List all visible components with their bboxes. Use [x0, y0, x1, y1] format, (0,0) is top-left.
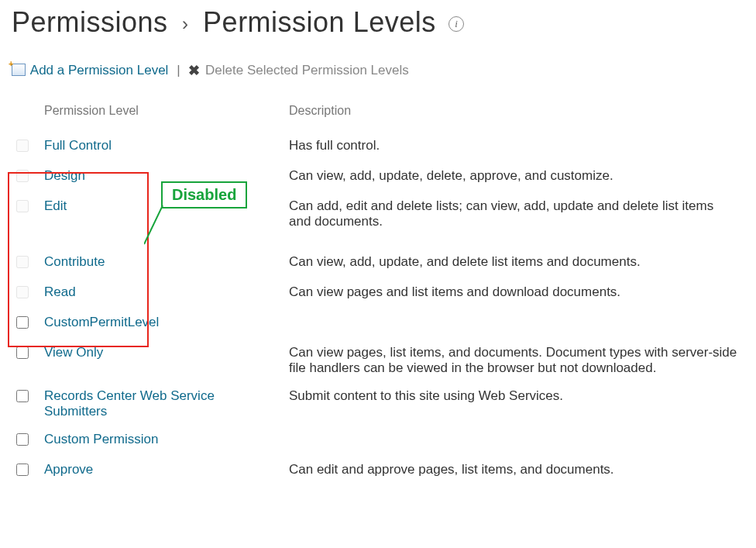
permission-level-description: Can view, add, update, and delete list i…: [283, 236, 744, 278]
row-checkbox: [16, 256, 29, 268]
row-checkbox: [16, 140, 29, 152]
table-row: ApproveCan edit and approve pages, list …: [12, 456, 744, 486]
add-permission-level-link[interactable]: Add a Permission Level: [30, 63, 169, 78]
table-row: CustomPermitLevel: [12, 308, 744, 339]
table-row: View OnlyCan view pages, list items, and…: [12, 339, 744, 382]
permission-level-description: [283, 426, 744, 456]
permission-level-link[interactable]: CustomPermitLevel: [44, 315, 159, 329]
table-row: Full ControlHas full control.: [12, 132, 744, 162]
permission-level-description: Can view, add, update, delete, approve, …: [283, 162, 744, 192]
delete-icon: ✖: [188, 62, 200, 79]
add-icon: [12, 64, 26, 76]
row-checkbox[interactable]: [16, 316, 29, 329]
permission-level-link[interactable]: Approve: [44, 462, 93, 477]
permission-level-link[interactable]: Records Center Web Service Submitters: [44, 388, 215, 419]
permission-level-link[interactable]: Design: [44, 168, 85, 183]
table-row: Records Center Web Service SubmittersSub…: [12, 382, 744, 426]
permission-level-link[interactable]: View Only: [44, 345, 103, 360]
permission-level-link[interactable]: Custom Permission: [44, 432, 158, 446]
row-checkbox[interactable]: [16, 464, 29, 476]
breadcrumb-parent[interactable]: Permissions: [12, 6, 168, 38]
delete-selected-link[interactable]: Delete Selected Permission Levels: [205, 63, 409, 78]
breadcrumb-current: Permission Levels: [203, 6, 436, 38]
permission-level-link[interactable]: Edit: [44, 198, 67, 213]
table-row: ReadCan view pages and list items and do…: [12, 278, 744, 308]
col-checkbox: [12, 101, 38, 132]
toolbar-separator: |: [177, 63, 180, 78]
permission-level-link[interactable]: Full Control: [44, 138, 112, 153]
col-description: Description: [283, 101, 744, 132]
col-permission-level: Permission Level: [38, 101, 283, 132]
table-row: EditCan add, edit and delete lists; can …: [12, 192, 744, 236]
row-checkbox[interactable]: [16, 346, 29, 359]
toolbar: Add a Permission Level | ✖ Delete Select…: [12, 62, 744, 79]
row-checkbox: [16, 200, 29, 212]
breadcrumb-separator-icon: ›: [182, 13, 189, 34]
permission-level-description: Can view pages and list items and downlo…: [283, 278, 744, 308]
permission-level-description: Can view pages, list items, and document…: [283, 339, 744, 382]
row-checkbox: [16, 286, 29, 298]
permission-level-description: Can edit and approve pages, list items, …: [283, 456, 744, 486]
permission-level-link[interactable]: Read: [44, 284, 76, 299]
permission-level-link[interactable]: Contribute: [44, 254, 105, 269]
permission-levels-table: Permission Level Description Full Contro…: [12, 101, 744, 486]
permission-level-description: [283, 308, 744, 339]
table-row: DesignCan view, add, update, delete, app…: [12, 162, 744, 192]
permission-level-description: Submit content to this site using Web Se…: [283, 382, 744, 426]
permission-level-description: Has full control.: [283, 132, 744, 162]
annotation-disabled-label: Disabled: [161, 181, 247, 209]
table-row: ContributeCan view, add, update, and del…: [12, 236, 744, 278]
row-checkbox[interactable]: [16, 433, 29, 446]
info-icon[interactable]: i: [448, 16, 464, 32]
table-row: Custom Permission: [12, 426, 744, 456]
page-title: Permissions › Permission Levels i: [12, 6, 744, 39]
row-checkbox[interactable]: [16, 390, 29, 402]
row-checkbox: [16, 170, 29, 182]
permission-level-description: Can add, edit and delete lists; can view…: [283, 192, 744, 236]
